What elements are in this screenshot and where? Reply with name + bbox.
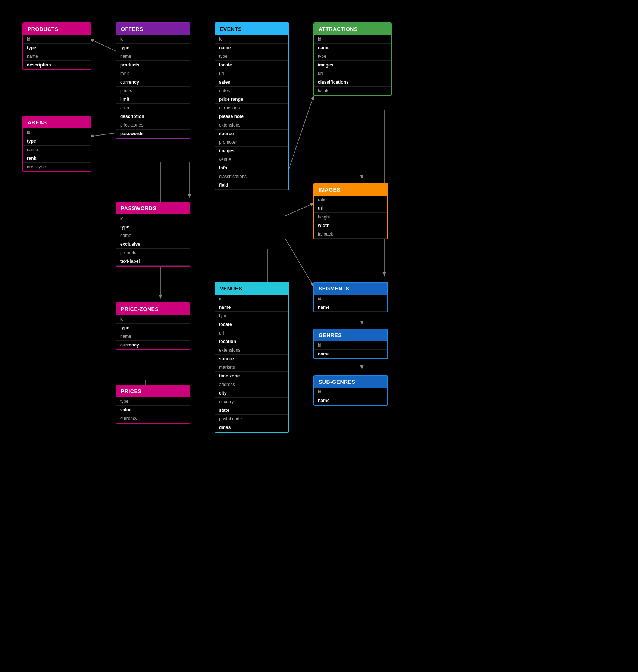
subgenres-table: SUB-GENRES id name xyxy=(313,375,388,406)
field-row: url xyxy=(314,204,387,213)
field-row: price range xyxy=(215,95,288,104)
attractions-header: ATTRACTIONS xyxy=(314,23,391,35)
venues-fields: id name type locate url location extensi… xyxy=(215,295,288,432)
images-fields: ratio url height width fallback xyxy=(314,196,387,239)
field-row: rank xyxy=(23,154,91,163)
field-row: value xyxy=(116,406,190,414)
field-row: classifications xyxy=(215,172,288,181)
field-row: name xyxy=(23,52,91,61)
offers-fields: id type name products rank currency pric… xyxy=(116,35,190,138)
genres-fields: id name xyxy=(314,341,387,358)
attractions-table: ATTRACTIONS id name type images url clas… xyxy=(313,22,392,96)
field-row: type xyxy=(116,324,190,332)
field-row: id xyxy=(314,341,387,350)
svg-line-4 xyxy=(285,203,313,216)
diagram-container: PRODUCTS id type name description AREAS … xyxy=(0,0,638,672)
field-row: extensions xyxy=(215,121,288,130)
field-row: name xyxy=(116,332,190,341)
field-row: id xyxy=(116,35,190,44)
field-row: name xyxy=(215,303,288,312)
segments-fields: id name xyxy=(314,295,387,312)
field-row: please note xyxy=(215,112,288,121)
genres-table: GENRES id name xyxy=(313,329,388,359)
field-row: name xyxy=(116,52,190,61)
field-row: dates xyxy=(215,87,288,95)
passwords-header: PASSWORDS xyxy=(116,202,190,214)
field-row: promoter xyxy=(215,138,288,147)
field-row: currency xyxy=(116,341,190,349)
prices-table: PRICES type value currency xyxy=(116,385,190,424)
field-row: width xyxy=(314,221,387,230)
field-row: description xyxy=(116,112,190,121)
field-row: products xyxy=(116,61,190,69)
images-table: IMAGES ratio url height width fallback xyxy=(313,183,388,239)
field-row: type xyxy=(23,137,91,146)
svg-line-6 xyxy=(285,239,313,286)
field-row: venue xyxy=(215,155,288,164)
field-row: type xyxy=(314,52,391,61)
attractions-fields: id name type images url classifications … xyxy=(314,35,391,95)
field-row: name xyxy=(314,350,387,358)
field-row: id xyxy=(215,35,288,44)
field-row: type xyxy=(116,44,190,52)
field-row: type xyxy=(116,223,190,231)
field-row: prompts xyxy=(116,249,190,257)
products-fields: id type name description xyxy=(23,35,91,69)
field-row: name xyxy=(314,44,391,52)
genres-header: GENRES xyxy=(314,329,387,341)
field-row: state xyxy=(215,406,288,415)
field-row: currency xyxy=(116,414,190,423)
events-fields: id name type locate url sales dates pric… xyxy=(215,35,288,190)
areas-fields: id type name rank area-type xyxy=(23,128,91,171)
field-row: id xyxy=(314,388,387,396)
areas-table: AREAS id type name rank area-type xyxy=(22,116,91,172)
events-header: EVENTS xyxy=(215,23,288,35)
field-row: prices xyxy=(116,87,190,95)
field-row: name xyxy=(314,303,387,312)
field-row: name xyxy=(314,396,387,405)
field-row: extensions xyxy=(215,346,288,355)
areas-header: AREAS xyxy=(23,116,91,128)
field-row: id xyxy=(116,315,190,324)
field-row: exclusive xyxy=(116,240,190,249)
field-row: id xyxy=(116,214,190,223)
field-row: ratio xyxy=(314,196,387,204)
field-row: time zone xyxy=(215,372,288,380)
products-header: PRODUCTS xyxy=(23,23,91,35)
field-row: text-label xyxy=(116,257,190,266)
field-row: sales xyxy=(215,78,288,87)
passwords-fields: id type name exclusive prompts text-labe… xyxy=(116,214,190,266)
field-row: url xyxy=(314,69,391,78)
field-row: fallback xyxy=(314,230,387,239)
events-table: EVENTS id name type locate url sales dat… xyxy=(215,22,289,190)
field-row: description xyxy=(23,61,91,69)
field-row: classifications xyxy=(314,78,391,87)
offers-table: OFFERS id type name products rank curren… xyxy=(116,22,190,139)
field-row: source xyxy=(215,355,288,363)
field-row: id xyxy=(23,128,91,137)
subgenres-fields: id name xyxy=(314,388,387,405)
field-row: limit xyxy=(116,95,190,104)
segments-header: SEGMENTS xyxy=(314,283,387,295)
field-row: price-zones xyxy=(116,121,190,130)
prices-header: PRICES xyxy=(116,385,190,397)
field-row: height xyxy=(314,213,387,221)
field-row: id xyxy=(314,295,387,303)
prices-fields: type value currency xyxy=(116,397,190,423)
field-row: images xyxy=(215,147,288,155)
venues-header: VENUES xyxy=(215,283,288,295)
field-row: markets xyxy=(215,363,288,372)
images-header: IMAGES xyxy=(314,184,387,196)
field-row: type xyxy=(116,397,190,406)
field-row: type xyxy=(215,312,288,320)
field-row: images xyxy=(314,61,391,69)
field-row: name xyxy=(215,44,288,52)
field-row: type xyxy=(215,52,288,61)
field-row: rank xyxy=(116,69,190,78)
products-table: PRODUCTS id type name description xyxy=(22,22,91,70)
field-row: info xyxy=(215,164,288,172)
field-row: name xyxy=(23,146,91,154)
field-row: id xyxy=(23,35,91,44)
field-row: type xyxy=(23,44,91,52)
offers-header: OFFERS xyxy=(116,23,190,35)
